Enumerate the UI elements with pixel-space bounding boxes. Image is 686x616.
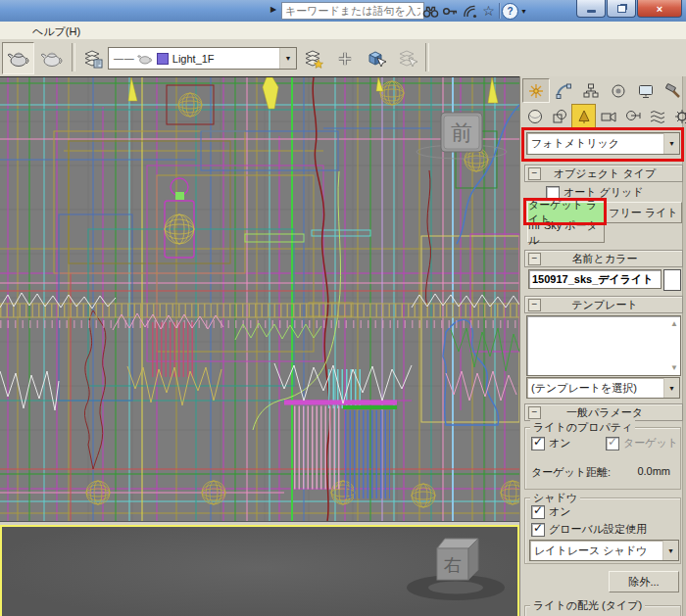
command-panel: フォトメトリック ▼ − オブジェクト タイプ ✓ オート グリッド ターゲット…	[519, 76, 686, 616]
select-objects-in-layer-button[interactable]	[360, 42, 392, 74]
target-distance-label: ターゲット距離:	[531, 465, 611, 480]
light-cone-icon	[576, 109, 592, 124]
exclude-button[interactable]: 除外...	[609, 571, 679, 592]
display-icon	[638, 83, 654, 99]
scroll-down-icon[interactable]: ▼	[670, 363, 678, 372]
subcat-lights[interactable]	[571, 104, 596, 129]
search-binoculars-icon[interactable]	[421, 2, 440, 20]
rollout-name-color[interactable]: − 名前とカラー	[524, 250, 683, 267]
help-icon: ?	[502, 3, 518, 20]
menu-help[interactable]: ヘルプ(H)	[27, 24, 85, 40]
light-category-value: フォトメトリック	[531, 136, 619, 151]
free-light-button[interactable]: フリー ライト	[605, 202, 682, 223]
subcat-cameras[interactable]	[596, 104, 620, 129]
template-select-value: (テンプレートを選択)	[531, 381, 637, 396]
layer-manager-button[interactable]	[76, 42, 109, 74]
collapse-icon[interactable]: −	[528, 299, 541, 311]
app-window: { "icons": { "caret_down": "▼", "caret_u…	[0, 0, 686, 616]
object-color-swatch[interactable]	[663, 269, 681, 291]
collapse-icon[interactable]: −	[528, 406, 541, 419]
free-light-label: フリー ライト	[609, 206, 677, 220]
key-icon[interactable]	[441, 2, 460, 20]
subcat-shapes[interactable]	[547, 104, 571, 129]
scroll-up-icon[interactable]: ▲	[670, 319, 678, 328]
collapse-icon[interactable]: −	[528, 253, 541, 265]
create-layer-button[interactable]	[297, 42, 329, 74]
geometry-sphere-icon	[527, 109, 543, 124]
subcat-geometry[interactable]	[522, 104, 547, 129]
active-layer-combo[interactable]: — — Light_1F ▼	[108, 47, 297, 70]
cube-cursor-icon	[367, 49, 386, 69]
tab-hierarchy[interactable]	[577, 78, 605, 103]
minimize-button[interactable]	[576, 0, 606, 18]
close-button[interactable]: ×	[637, 0, 682, 18]
shadow-on-checkbox[interactable]: ✓ オン	[531, 504, 571, 519]
search-input[interactable]	[281, 2, 424, 20]
viewcube-right-label: 右	[444, 555, 462, 575]
layer-combo-value: Light_1F	[172, 53, 215, 65]
favorites-star-icon[interactable]: ☆	[479, 2, 498, 20]
window-controls: ×	[575, 0, 682, 18]
chevron-down-icon[interactable]: ▼	[279, 48, 296, 69]
rollout-general-params[interactable]: − 一般パラメータ	[524, 403, 683, 421]
rollout-template[interactable]: − テンプレート	[524, 296, 683, 313]
help-menu-button[interactable]: ? ▼	[502, 2, 527, 20]
light-on-checkbox[interactable]: ✓ オン	[531, 436, 571, 450]
titlebar: ▶ ☆ ? ▼ ×	[0, 0, 686, 23]
motion-icon	[611, 83, 626, 99]
collapse-icon[interactable]: −	[528, 167, 541, 180]
shadow-global-box[interactable]: ✓	[531, 523, 545, 537]
tab-utilities[interactable]	[660, 78, 686, 103]
panel-scrollbar[interactable]	[682, 76, 686, 616]
viewcube-right[interactable]: 右	[407, 539, 505, 600]
template-select-dropdown[interactable]: (テンプレートを選択) ▼	[526, 377, 680, 399]
titlebar-separator	[499, 3, 500, 19]
teapot-button-2[interactable]	[35, 42, 68, 74]
restore-button[interactable]	[607, 0, 636, 18]
toolbar-separator	[72, 43, 75, 71]
light-properties-group: ライトのプロパティ ✓ オン ✓ ターゲット ターゲット距離: 0.0mm	[524, 427, 681, 490]
set-current-layer-button[interactable]	[391, 42, 423, 74]
light-target-checkbox[interactable]: ✓ ターゲット	[606, 436, 678, 450]
shadow-on-box[interactable]: ✓	[531, 505, 545, 519]
helpers-tape-icon	[625, 109, 641, 124]
restore-icon	[617, 5, 626, 13]
shadow-type-dropdown[interactable]: レイトレース シャドウ ▼	[529, 540, 679, 561]
chevron-down-icon: ▼	[662, 541, 678, 560]
add-to-layer-button[interactable]	[328, 42, 361, 74]
shadow-group: シャドウ ✓ オン ✓ グローバル設定使用 レイトレース シャドウ ▼	[524, 498, 681, 564]
template-listbox[interactable]: ▲ ▼	[526, 315, 681, 376]
communication-icon[interactable]	[461, 2, 479, 20]
light-on-box[interactable]: ✓	[531, 437, 545, 450]
shadow-type-value: レイトレース シャドウ	[534, 544, 647, 558]
tab-modify[interactable]	[550, 78, 577, 103]
viewport-right-active[interactable]: 右	[0, 525, 519, 616]
rollout-object-type[interactable]: − オブジェクト タイプ	[524, 165, 683, 182]
toolbar-separator	[425, 43, 429, 71]
subcat-spacewarps[interactable]	[645, 104, 669, 129]
viewport-front[interactable]: 前	[0, 76, 519, 521]
light-distribution-group: ライトの配光 (タイプ)	[524, 605, 681, 616]
mr-sky-portal-button[interactable]: mr Sky ポータル	[527, 223, 605, 243]
light-target-box[interactable]: ✓	[606, 437, 619, 450]
utilities-hammer-icon	[665, 83, 681, 99]
subcat-helpers[interactable]	[620, 104, 645, 129]
camera-icon	[601, 109, 616, 124]
tab-create[interactable]	[522, 78, 550, 103]
plus-icon	[336, 50, 354, 68]
toolbar-overflow-icon[interactable]: ▶	[270, 5, 276, 14]
light-category-dropdown[interactable]: フォトメトリック ▼	[526, 132, 680, 155]
light-on-label: オン	[549, 436, 571, 450]
object-name-field[interactable]	[528, 269, 662, 289]
create-icon	[528, 83, 544, 99]
subcat-systems[interactable]	[669, 104, 686, 129]
light-properties-title: ライトのプロパティ	[530, 420, 635, 435]
command-panel-tabs	[522, 78, 686, 103]
named-selection-teapot-button[interactable]	[2, 42, 34, 74]
modify-icon	[556, 83, 571, 99]
tab-motion[interactable]	[605, 78, 632, 103]
shadow-global-checkbox[interactable]: ✓ グローバル設定使用	[531, 522, 647, 537]
teapot-icon	[7, 50, 30, 68]
tab-display[interactable]	[632, 78, 660, 103]
menubar: ヘルプ(H)	[0, 22, 686, 40]
